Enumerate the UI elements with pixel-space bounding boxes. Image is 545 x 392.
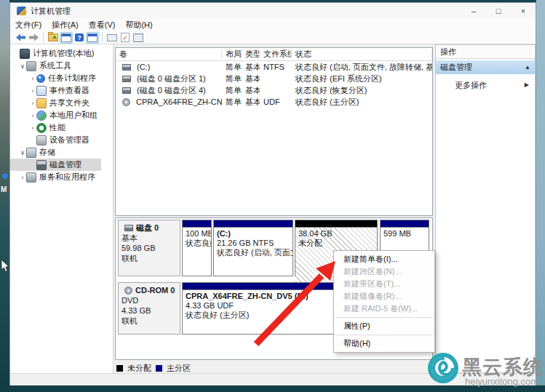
desktop-background-left: M: [0, 0, 9, 392]
partition-c[interactable]: (C:) 21.26 GB NTFS 状态良好 (启动, 页面文件: [213, 220, 293, 276]
popup-menu-icon[interactable]: [106, 32, 119, 44]
chevron-right-icon[interactable]: ›: [29, 87, 36, 95]
menu-item-properties[interactable]: 属性(P): [334, 320, 434, 332]
toolbar-separator: [43, 33, 44, 42]
tree-item-local-users-groups[interactable]: › 本地用户和组: [10, 109, 113, 121]
close-button[interactable]: ×: [511, 3, 536, 19]
desktop: M 计算机管理 – □ × 文件(F) 操作(A) 查看(V) 帮助(H): [0, 0, 545, 392]
tree-item-shared-folders[interactable]: › 共享文件夹: [10, 97, 113, 109]
export-folder-icon[interactable]: [47, 32, 60, 44]
menu-help[interactable]: 帮助(H): [120, 20, 157, 31]
console-tree-icon[interactable]: [60, 32, 73, 44]
console-tree: 计算机管理(本地) ∨ 系统工具 › 任务计划程序 › 事件查看器: [10, 44, 114, 373]
maximize-button[interactable]: □: [486, 3, 511, 19]
chevron-right-icon[interactable]: ›: [19, 174, 26, 181]
computer-icon: [20, 49, 30, 59]
chevron-right-icon[interactable]: ›: [29, 75, 36, 82]
tree-item-system-tools[interactable]: ∨ 系统工具: [10, 60, 113, 72]
volume-list: 卷 布局 类型 文件系统 状态 (C:) 简单 基本 NTFS 状态良好 (启动…: [115, 47, 433, 216]
volume-row-partition4[interactable]: (磁盘 0 磁盘分区 4) 简单 基本 状态良好 (恢复分区): [116, 84, 432, 96]
watermark-domain: heiyunxitong.com: [465, 376, 538, 387]
menu-item-new-simple-volume[interactable]: 新建简单卷(I)...: [334, 253, 434, 265]
tree-item-disk-management[interactable]: 磁盘管理: [10, 159, 101, 171]
volume-icon: [122, 87, 131, 94]
task-scheduler-icon: [36, 74, 45, 83]
check-document-icon[interactable]: ✓: [119, 32, 132, 44]
tree-item-computer-management[interactable]: 计算机管理(本地): [10, 47, 113, 60]
desktop-icon-label: M: [1, 185, 7, 193]
actions-panel: 操作 磁盘管理 ▲ 更多操作 ▶: [435, 44, 536, 373]
tree-item-services-applications[interactable]: › 服务和应用程序: [10, 171, 113, 183]
menu-item-new-striped-volume: 新建带区卷(T)...: [334, 278, 434, 290]
properties-icon[interactable]: [132, 32, 145, 44]
actions-title: 操作: [436, 45, 535, 59]
tree-item-task-scheduler[interactable]: › 任务计划程序: [10, 72, 113, 84]
cdrom0-label[interactable]: CD-ROM 0 DVD 4.33 GB 联机: [118, 282, 180, 335]
chevron-right-icon[interactable]: ›: [29, 112, 36, 119]
menu-view[interactable]: 查看(V): [84, 20, 121, 31]
col-volume[interactable]: 卷: [116, 49, 222, 59]
collapse-icon[interactable]: ▲: [525, 60, 530, 74]
menu-bar: 文件(F) 操作(A) 查看(V) 帮助(H): [10, 19, 536, 32]
menu-item-help[interactable]: 帮助(H): [334, 337, 434, 350]
tools-icon: [26, 61, 36, 71]
menu-action[interactable]: 操作(A): [47, 20, 84, 31]
tree-item-device-manager[interactable]: 设备管理器: [10, 134, 113, 146]
volume-row-partition1[interactable]: (磁盘 0 磁盘分区 1) 简单 基本 状态良好 (EFI 系统分区): [116, 73, 432, 84]
desktop-icon: [2, 173, 8, 179]
legend: 未分配 主分区: [116, 363, 191, 374]
forward-icon[interactable]: [27, 32, 40, 44]
app-icon: [17, 7, 26, 15]
device-manager-icon: [36, 135, 47, 145]
more-actions-item[interactable]: 更多操作 ▶: [436, 79, 535, 92]
help-icon[interactable]: ?: [73, 32, 86, 44]
col-filesystem[interactable]: 文件系统: [260, 49, 292, 59]
show-window-icon[interactable]: [86, 32, 99, 44]
menu-separator: [335, 317, 433, 318]
tree-item-performance[interactable]: › 性能: [10, 121, 113, 134]
window-title: 计算机管理: [31, 6, 71, 17]
chevron-down-icon[interactable]: ∨: [19, 63, 26, 70]
context-menu: 新建简单卷(I)... 新建跨区卷(N)... 新建带区卷(T)... 新建镜像…: [333, 250, 435, 353]
chevron-right-icon[interactable]: ›: [29, 124, 36, 132]
users-icon: [36, 111, 47, 121]
tree-item-event-viewer[interactable]: › 事件查看器: [10, 84, 113, 97]
legend-primary-label: 主分区: [167, 363, 191, 374]
back-icon[interactable]: [14, 32, 27, 44]
volume-icon: [122, 64, 131, 71]
legend-unallocated-label: 未分配: [127, 363, 151, 374]
shared-folders-icon: [36, 98, 47, 108]
menu-item-new-mirrored-volume: 新建镜像卷(R)...: [334, 290, 434, 303]
col-status[interactable]: 状态: [292, 49, 432, 59]
toolbar: ? ✓: [10, 31, 536, 44]
tree-item-storage[interactable]: ∨ 存储: [10, 146, 113, 159]
disk0-label[interactable]: 磁盘 0 基本 59.98 GB 联机: [118, 220, 180, 276]
volume-row-c[interactable]: (C:) 简单 基本 NTFS 状态良好 (启动, 页面文件, 故障转储, 基本…: [116, 61, 432, 73]
menu-separator: [335, 335, 433, 335]
actions-disk-management-section[interactable]: 磁盘管理 ▲: [436, 60, 535, 74]
event-viewer-icon: [36, 86, 47, 96]
chevron-right-icon[interactable]: ›: [29, 100, 36, 107]
partition-color-bar: [381, 220, 429, 228]
watermark-logo-icon: [426, 351, 460, 385]
partition-color-bar: [214, 220, 293, 228]
col-layout[interactable]: 布局: [222, 49, 242, 59]
chevron-right-icon: ▶: [525, 79, 529, 92]
storage-icon: [26, 148, 36, 158]
volume-row-dvd[interactable]: CPRA_X64FRE_ZH-CN_DV5 (D:) 简单 基本 UDF 状态良…: [116, 96, 432, 108]
partition-color-bar: [183, 220, 211, 228]
partition-efi[interactable]: 100 MB 状态良好 (: [182, 220, 212, 276]
title-bar: 计算机管理 – □ ×: [10, 3, 536, 20]
services-icon: [26, 172, 36, 183]
cd-icon: [122, 98, 130, 106]
desktop-background-right: [536, 0, 545, 392]
volume-list-header: 卷 布局 类型 文件系统 状态: [116, 48, 432, 61]
chevron-down-icon[interactable]: ∨: [19, 149, 26, 156]
disk-icon: [124, 225, 133, 231]
window-controls: – □ ×: [461, 3, 536, 19]
main-area: 计算机管理(本地) ∨ 系统工具 › 任务计划程序 › 事件查看器: [10, 44, 536, 373]
menu-file[interactable]: 文件(F): [10, 20, 47, 31]
partition-color-bar: [295, 220, 377, 228]
col-type[interactable]: 类型: [242, 49, 260, 59]
minimize-button[interactable]: –: [461, 3, 486, 19]
